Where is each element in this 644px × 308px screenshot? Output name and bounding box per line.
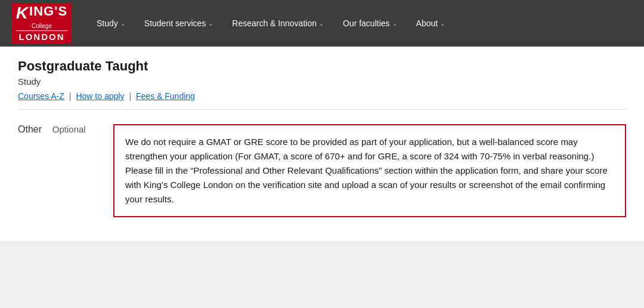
nav-student-services-label: Student services <box>144 19 206 28</box>
breadcrumb-fees-funding[interactable]: Fees & Funding <box>136 91 195 101</box>
left-column: Other Optional <box>18 124 113 217</box>
breadcrumb-study: Study <box>18 76 626 87</box>
label-optional: Optional <box>52 124 86 134</box>
page-title: Postgraduate Taught <box>18 58 626 74</box>
nav-research-innovation[interactable]: Research & Innovation ⌄ <box>225 14 331 33</box>
breadcrumb-sep-2: | <box>129 91 131 101</box>
main-nav: Study ⌄ Student services ⌄ Research & In… <box>89 14 452 33</box>
logo-london: LONDON <box>16 30 67 42</box>
nav-our-faculties[interactable]: Our faculties ⌄ <box>336 14 404 33</box>
site-header: K ING'S College LONDON Study ⌄ Student s… <box>0 0 644 47</box>
right-column: We do not require a GMAT or GRE score to… <box>113 124 626 217</box>
chevron-down-icon: ⌄ <box>319 20 324 27</box>
chevron-down-icon: ⌄ <box>440 20 445 27</box>
breadcrumb-sep-1: | <box>69 91 72 101</box>
logo-college: College <box>16 23 67 29</box>
logo-k: K <box>16 4 29 23</box>
label-other: Other <box>18 124 42 134</box>
gmat-gre-info-box: We do not require a GMAT or GRE score to… <box>113 124 626 217</box>
chevron-down-icon: ⌄ <box>120 20 125 27</box>
content-area: Postgraduate Taught Study Courses A-Z | … <box>0 47 644 241</box>
breadcrumb-links: Courses A-Z | How to apply | Fees & Fund… <box>18 91 626 110</box>
info-text: We do not require a GMAT or GRE score to… <box>125 135 614 207</box>
kcl-logo[interactable]: K ING'S College LONDON <box>12 3 72 44</box>
nav-about-label: About <box>416 19 438 28</box>
nav-faculties-label: Our faculties <box>343 19 390 28</box>
chevron-down-icon: ⌄ <box>392 20 397 27</box>
main-content: Other Optional We do not require a GMAT … <box>18 110 626 223</box>
nav-study-label: Study <box>97 19 118 28</box>
logo-text: K ING'S College LONDON <box>16 4 67 42</box>
chevron-down-icon: ⌄ <box>208 20 213 27</box>
logo-kings: ING'S <box>29 4 67 19</box>
breadcrumb-how-to-apply[interactable]: How to apply <box>76 91 124 101</box>
nav-student-services[interactable]: Student services ⌄ <box>137 14 221 33</box>
breadcrumb-courses-az[interactable]: Courses A-Z <box>18 91 64 101</box>
nav-study[interactable]: Study ⌄ <box>89 14 132 33</box>
nav-research-label: Research & Innovation <box>232 19 317 28</box>
nav-about[interactable]: About ⌄ <box>409 14 453 33</box>
